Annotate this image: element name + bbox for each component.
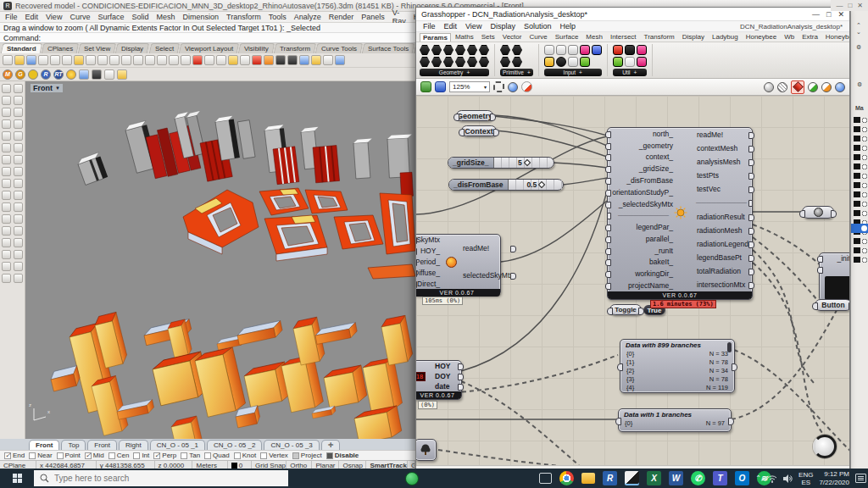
osnap-point[interactable]: Point [57,452,81,459]
viewport-tab-cno2[interactable]: CN_O - 05 _2 [207,440,262,450]
polygon-tool-icon[interactable] [2,119,11,129]
gh-tab-intersect[interactable]: Intersect [607,32,640,42]
add-viewport-tab[interactable]: ✛ [321,440,341,450]
help-icon[interactable] [335,55,345,65]
outlook-icon[interactable]: O [735,471,749,485]
plane-param-icon[interactable] [431,57,442,67]
print-icon[interactable] [38,55,48,65]
annotate-tool-icon[interactable] [14,250,23,259]
geometry-param-icon[interactable] [467,57,477,67]
gh-tab-transform[interactable]: Transform [641,32,678,42]
gh-close-icon[interactable]: ✕ [837,10,844,19]
point-tool-icon[interactable] [14,84,23,93]
gh-tab-vector[interactable]: Vector [499,32,526,42]
close-icon[interactable]: ✕ [857,2,863,9]
context-param-pill[interactable]: Context [461,125,497,136]
flask-icon[interactable] [637,57,647,67]
start-button[interactable] [0,469,34,488]
menu-transform[interactable]: Transform [226,13,261,21]
save-icon[interactable] [26,55,36,65]
no-preview-icon[interactable] [764,82,774,92]
gh-tab-ladybug[interactable]: Ladybug [709,32,742,42]
coin-icon[interactable] [117,69,127,80]
tray-chevron-icon[interactable]: ⌃ [755,474,761,482]
circle-param-icon[interactable] [443,57,453,67]
button-component[interactable]: Button [815,299,849,311]
sphere-dark2-icon[interactable] [287,55,298,65]
gh-menu-edit[interactable]: Edit [444,22,458,30]
osnap-near[interactable]: Near [29,452,52,459]
polyline-tool-icon[interactable] [14,96,23,105]
zoom-selected-icon[interactable] [157,55,167,65]
vector-param-icon[interactable] [420,57,430,67]
solid-tool-icon[interactable] [14,167,23,176]
light-icon[interactable] [228,55,238,65]
fillet-tool-icon[interactable] [14,179,23,188]
vray-geometry-icon[interactable]: G [15,69,25,80]
galapagos-icon[interactable] [613,57,623,67]
osnap-quad[interactable]: Quad [204,452,230,459]
toolbar-tab-cplanes[interactable]: CPlanes [41,43,79,53]
gh-menu-solution[interactable]: Solution [524,22,552,30]
gh-tab-surface[interactable]: Surface [552,32,582,42]
open-icon[interactable] [14,55,25,65]
rhino-viewport[interactable]: xz [25,81,415,439]
custom-preview-icon[interactable] [835,82,845,92]
value-list-icon[interactable] [592,45,602,55]
gh-menu-display[interactable]: Display [490,22,515,30]
viewport-tab-right[interactable]: Right [119,440,148,450]
cylinder-tool-icon[interactable] [2,167,11,176]
arc-tool-icon[interactable] [14,108,23,117]
vray-material-icon[interactable]: M [3,69,13,80]
toggle-component[interactable]: Toggle [609,304,642,315]
sphere-tool-icon[interactable] [14,155,23,164]
gh-tab-maths[interactable]: Maths [452,32,477,42]
zoom-extents-icon[interactable] [145,55,155,65]
array-tool-icon[interactable] [2,226,11,236]
image-sampler-icon[interactable] [580,57,590,67]
water-icon[interactable] [79,69,89,80]
clock[interactable]: 9:12 PM7/22/2020 [819,470,849,487]
toolbar-tab-viewportlayout[interactable]: Viewport Layout [179,43,240,53]
viewport-tab-front2[interactable]: Front [87,440,117,450]
document-preview-icon[interactable] [821,82,832,92]
gh-tab-honeybeeplus[interactable]: HoneybeePlus [822,32,849,42]
gh-tab-wb[interactable]: Wb [781,32,798,42]
gh-tab-honeybee[interactable]: Honeybee [743,32,780,42]
tree-tool-icon[interactable] [92,69,102,80]
gridsize-slider[interactable]: _gridSize_ 5 [448,157,554,169]
boolean-tool-icon[interactable] [2,179,11,188]
osnap-int[interactable]: Int [133,452,149,459]
menu-solid[interactable]: Solid [131,13,148,21]
excel-icon[interactable]: X [647,471,661,485]
menu-panels[interactable]: Panels [361,13,385,21]
gh-tab-extra[interactable]: Extra [798,32,821,42]
sphere-blue-icon[interactable] [299,55,309,65]
osnap-vertex[interactable]: Vertex [260,452,288,459]
osnap-cen[interactable]: Cen [108,452,130,459]
word-icon[interactable]: W [669,471,683,485]
scale-tool-icon[interactable] [14,214,23,224]
surface-tool-icon[interactable] [2,143,11,152]
cluster-icon[interactable] [637,45,647,55]
sun-tool-icon[interactable] [66,69,76,80]
chrome-icon[interactable] [559,471,574,485]
data-panel-899[interactable]: Data with 899 branches {0}N = 33 {1}N = … [620,339,735,393]
sphere-dark-icon[interactable] [275,55,286,65]
new-file-icon[interactable] [3,55,13,65]
surface-param-icon[interactable] [443,45,453,55]
menu-edit[interactable]: Edit [25,13,39,21]
measure-tool-icon[interactable] [2,262,11,271]
wifi-icon[interactable] [767,474,777,483]
viewport-grid-icon[interactable] [181,55,191,65]
taskbar-search[interactable] [34,470,288,486]
notification-center-icon[interactable] [855,474,866,483]
button-obj-icon[interactable] [556,57,566,67]
menu-curve[interactable]: Curve [70,13,90,21]
gh-minimize-icon[interactable]: — [812,10,820,19]
selected-only-preview-icon[interactable] [808,82,818,92]
revit-icon[interactable]: R [603,471,617,485]
menu-view[interactable]: View [46,13,62,21]
curve-tool-icon[interactable] [2,96,11,105]
toolbar-tab-display[interactable]: Display [115,43,150,53]
